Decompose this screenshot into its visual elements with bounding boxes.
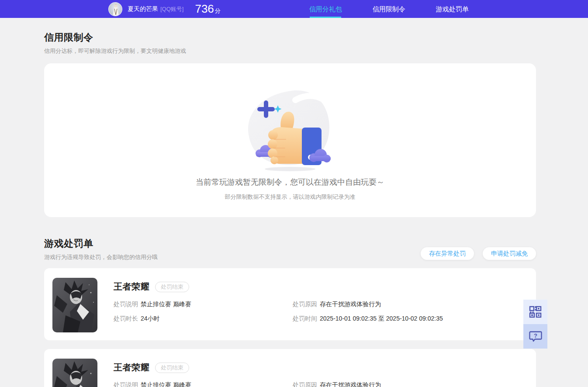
game-thumbnail — [52, 359, 97, 387]
avatar-image — [109, 3, 122, 16]
credit-score-unit: 分 — [215, 7, 221, 15]
punishment-card-body: 王者荣耀 处罚结束 处罚说明 禁止排位赛 巅峰赛 处罚原因 存在干扰游戏体验行为… — [114, 278, 527, 332]
status-badge: 处罚结束 — [155, 363, 189, 373]
field-punish-reason: 处罚原因 存在干扰游戏体验行为 — [293, 301, 527, 308]
top-nav-bar: 夏天的芒果 [QQ账号] 736 分 信用分礼包 信用限制令 游戏处罚单 — [0, 0, 588, 18]
user-name: 夏天的芒果 — [128, 5, 158, 13]
floating-side-widget: ? — [523, 300, 547, 349]
credit-score-value: 736 — [195, 3, 214, 14]
tab-credit-restriction[interactable]: 信用限制令 — [357, 0, 421, 18]
abnormal-punishment-button[interactable]: 存在异常处罚 — [421, 247, 474, 260]
thumbs-up-illustration — [244, 86, 336, 173]
question-help-icon: ? — [529, 330, 543, 343]
restriction-section-title: 信用限制令 — [44, 31, 536, 44]
tab-credit-gift[interactable]: 信用分礼包 — [294, 0, 357, 18]
qr-code-button[interactable] — [523, 300, 547, 324]
empty-state-note: 部分限制数据不支持显示，请以游戏内限制记录为准 — [44, 193, 536, 201]
tab-game-punishment[interactable]: 游戏处罚单 — [421, 0, 484, 18]
punishment-section-title: 游戏处罚单 — [44, 237, 158, 250]
punishment-card-body: 王者荣耀 处罚结束 处罚说明 禁止排位赛 巅峰赛 处罚原因 存在干扰游戏体验行为 — [114, 359, 527, 387]
credit-score: 736 分 — [195, 3, 220, 15]
punishment-card: 王者荣耀 处罚结束 处罚说明 禁止排位赛 巅峰赛 处罚原因 存在干扰游戏体验行为 — [44, 349, 536, 387]
field-punish-description: 处罚说明 禁止排位赛 巅峰赛 — [114, 301, 293, 308]
game-name: 王者荣耀 — [114, 362, 149, 373]
field-punish-time: 处罚时间 2025-10-01 09:02:35 至 2025-10-02 09… — [293, 315, 527, 323]
punishment-section-header: 游戏处罚单 游戏行为违规导致处罚，会影响您的信用分哦 — [44, 237, 158, 261]
nav-tabs: 信用分礼包 信用限制令 游戏处罚单 — [294, 0, 484, 18]
user-info: 夏天的芒果 [QQ账号] 736 分 — [108, 2, 221, 16]
svg-text:?: ? — [534, 332, 537, 339]
empty-state-message: 当前常玩游戏暂无限制令，您可以在游戏中自由玩耍～ — [44, 177, 536, 187]
punishment-card: 王者荣耀 处罚结束 处罚说明 禁止排位赛 巅峰赛 处罚原因 存在干扰游戏体验行为… — [44, 268, 536, 340]
game-thumbnail — [52, 278, 97, 332]
help-button[interactable]: ? — [523, 324, 547, 349]
restriction-empty-card: 当前常玩游戏暂无限制令，您可以在游戏中自由玩耍～ 部分限制数据不支持显示，请以游… — [44, 63, 536, 217]
qr-code-icon — [529, 305, 542, 318]
punishment-appeal-button[interactable]: 申请处罚减免 — [483, 247, 536, 260]
restriction-section-subtitle: 信用分达标，即可解除游戏行为限制，要文明健康地游戏 — [44, 47, 536, 55]
field-punish-duration: 处罚时长 24小时 — [114, 315, 293, 323]
punishment-section-subtitle: 游戏行为违规导致处罚，会影响您的信用分哦 — [44, 253, 158, 261]
punishment-actions: 存在异常处罚 申请处罚减免 — [421, 247, 536, 261]
field-punish-reason: 处罚原因 存在干扰游戏体验行为 — [293, 381, 527, 387]
account-type-label: [QQ账号] — [160, 5, 183, 13]
field-punish-description: 处罚说明 禁止排位赛 巅峰赛 — [114, 381, 293, 387]
game-name: 王者荣耀 — [114, 281, 149, 293]
ground-shadow — [265, 167, 315, 171]
avatar — [108, 2, 122, 16]
status-badge: 处罚结束 — [155, 282, 189, 292]
